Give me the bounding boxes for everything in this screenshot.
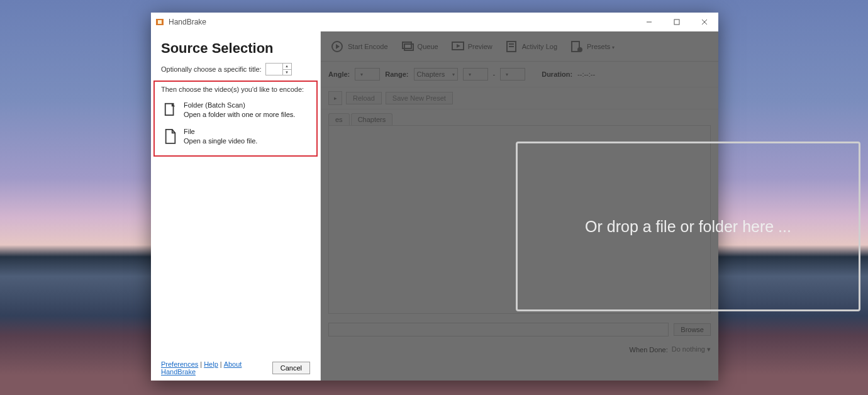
- cancel-button[interactable]: Cancel: [272, 362, 310, 374]
- close-button[interactable]: [691, 13, 718, 31]
- titlebar: HandBrake: [151, 13, 718, 31]
- modal-dim-overlay: Or drop a file or folder here ...: [321, 31, 718, 381]
- title-number-spinner[interactable]: ▲ ▼: [265, 63, 292, 75]
- open-file-option[interactable]: File Open a single video file.: [161, 123, 310, 150]
- open-file-title: File: [184, 127, 257, 136]
- encode-options-group: Then choose the video(s) you'd like to e…: [153, 81, 318, 157]
- open-file-desc: Open a single video file.: [184, 136, 257, 146]
- svg-rect-3: [674, 19, 679, 25]
- main-area: Start Encode Queue Preview Activity Log: [321, 31, 718, 381]
- desktop-wallpaper: HandBrake Source Selection Optionally ch…: [0, 0, 868, 395]
- preferences-link[interactable]: Preferences: [161, 360, 198, 368]
- window-title: HandBrake: [169, 18, 206, 26]
- source-selection-panel: Source Selection Optionally choose a spe…: [151, 31, 321, 381]
- svg-rect-1: [158, 20, 162, 24]
- handbrake-icon: [155, 17, 165, 27]
- folder-icon: [164, 102, 177, 118]
- open-folder-desc: Open a folder with one or more files.: [184, 110, 295, 120]
- dropzone[interactable]: Or drop a file or folder here ...: [516, 142, 860, 311]
- minimize-button[interactable]: [635, 13, 663, 31]
- footer-links: Preferences|Help|About HandBrake: [161, 360, 272, 376]
- open-folder-option[interactable]: Folder (Batch Scan) Open a folder with o…: [161, 97, 310, 123]
- window-controls: [635, 13, 718, 31]
- title-number-label: Optionally choose a specific title:: [161, 65, 262, 73]
- open-folder-title: Folder (Batch Scan): [184, 101, 295, 110]
- help-link[interactable]: Help: [204, 360, 218, 368]
- encode-options-caption: Then choose the video(s) you'd like to e…: [161, 86, 310, 93]
- source-selection-heading: Source Selection: [151, 40, 320, 63]
- file-icon: [164, 128, 177, 145]
- spinner-down-icon[interactable]: ▼: [283, 70, 291, 75]
- maximize-button[interactable]: [663, 13, 691, 31]
- spinner-up-icon[interactable]: ▲: [283, 64, 291, 70]
- dropzone-text: Or drop a file or folder here ...: [585, 218, 791, 236]
- handbrake-window: HandBrake Source Selection Optionally ch…: [151, 13, 718, 381]
